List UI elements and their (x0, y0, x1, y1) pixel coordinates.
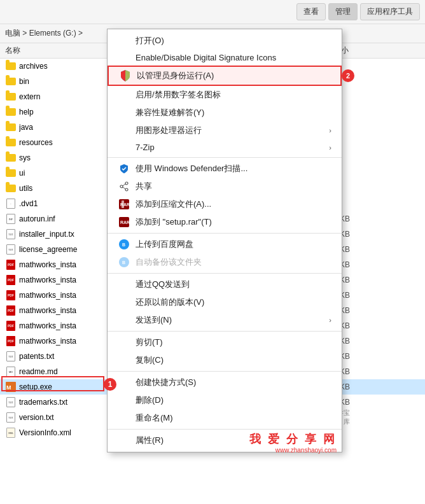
ctx-separator (108, 233, 342, 234)
ctx-separator (108, 371, 342, 372)
pdf-icon: PDF (5, 320, 17, 332)
svg-line-5 (123, 184, 125, 186)
txt-icon: MD (5, 366, 17, 377)
ctx-compatibility[interactable]: 兼容性疑难解答(Y) (108, 104, 342, 122)
defender-icon (118, 164, 130, 174)
txt-icon: TXT (5, 244, 17, 255)
txt-icon: TXT (5, 228, 17, 240)
txt-icon: TXT (5, 396, 17, 408)
svg-text:B: B (122, 260, 125, 265)
ctx-rename[interactable]: 重命名(M) (108, 409, 342, 427)
svg-line-6 (123, 187, 125, 189)
ctx-rename-label: 重命名(M) (136, 412, 173, 424)
setup-badge-1: 1 (104, 378, 116, 391)
ctx-compatibility-label: 兼容性疑难解答(Y) (136, 107, 204, 118)
ctx-delete[interactable]: 删除(D) (108, 391, 342, 409)
svg-point-2 (125, 182, 128, 185)
svg-text:RAR: RAR (120, 202, 129, 207)
svg-point-4 (125, 188, 128, 191)
inf-icon: INF (5, 213, 17, 225)
ctx-restore[interactable]: 还原以前的版本(V) (108, 293, 342, 311)
folder-icon (5, 167, 17, 179)
ctx-add-rar-label: 添加到 "setup.rar"(T) (136, 216, 212, 228)
submenu-arrow-icon: › (329, 144, 331, 151)
ctx-upload-baidu[interactable]: B 上传到百度网盘 (108, 235, 342, 253)
ctx-create-shortcut[interactable]: 创建快捷方式(S) (108, 374, 342, 391)
ctx-send-qq[interactable]: 通过QQ发送到 (108, 276, 342, 293)
pdf-icon: PDF (5, 274, 17, 286)
ctx-add-compress[interactable]: RAR 添加到压缩文件(A)... (108, 195, 342, 213)
folder-icon (5, 91, 17, 102)
ctx-separator (108, 273, 342, 274)
pdf-icon: PDF (5, 290, 17, 301)
ctx-send-qq-label: 通过QQ发送到 (136, 279, 190, 290)
winrar-icon: RAR (118, 199, 130, 209)
folder-icon (5, 122, 17, 133)
ctx-auto-backup[interactable]: B 自动备份该文件夹 (108, 253, 342, 271)
txt-icon: TXT (5, 412, 17, 423)
explorer-window: 查看 管理 应用程序工具 电脑 > Elements (G:) > 名称 小 a… (0, 0, 425, 504)
ctx-share-label: 共享 (136, 181, 152, 192)
submenu-arrow-icon: › (329, 316, 331, 324)
folder-icon (5, 60, 17, 72)
ctx-gpu-run-label: 用图形处理器运行 (136, 125, 202, 136)
ctx-auto-backup-label: 自动备份该文件夹 (136, 256, 202, 268)
ctx-open-label: 打开(O) (136, 35, 164, 46)
folder-icon (5, 76, 17, 87)
ctx-enable-digital[interactable]: 启用/禁用数字签名图标 (108, 86, 342, 104)
svg-text:RAR: RAR (120, 220, 129, 225)
ctx-copy[interactable]: 复制(C) (108, 351, 342, 369)
txt-icon: TXT (5, 351, 17, 362)
apptools-button[interactable]: 应用程序工具 (360, 3, 420, 20)
ctx-add-rar[interactable]: RAR 添加到 "setup.rar"(T) (108, 213, 342, 231)
ctx-upload-baidu-label: 上传到百度网盘 (136, 239, 193, 250)
svg-text:M: M (6, 384, 11, 391)
ctx-delete-label: 删除(D) (136, 395, 164, 406)
ctx-cut[interactable]: 剪切(T) (108, 333, 342, 351)
submenu-arrow-icon: › (329, 127, 331, 134)
manage-button[interactable]: 管理 (328, 3, 358, 20)
view-button[interactable]: 查看 (296, 3, 326, 20)
ctx-defender-scan[interactable]: 使用 Windows Defender扫描... (108, 160, 342, 178)
share-icon (118, 181, 130, 192)
winrar-icon: RAR (118, 217, 130, 227)
shield-icon (119, 70, 132, 81)
address-path: 电脑 > Elements (G:) > (5, 28, 83, 39)
folder-icon (5, 183, 17, 194)
xml-icon: XML (5, 427, 17, 438)
toolbar: 查看 管理 应用程序工具 (0, 0, 425, 24)
ctx-separator (108, 429, 342, 430)
pdf-icon: PDF (5, 259, 17, 270)
pdf-icon: PDF (5, 335, 17, 347)
ctx-open[interactable]: 打开(O) (108, 32, 342, 50)
ctx-run-as-admin-label: 以管理员身份运行(A) (137, 70, 214, 81)
ctx-separator (108, 331, 342, 332)
ctx-enable-disable-sig[interactable]: Enable/Disable Digital Signature Icons (108, 50, 342, 66)
svg-point-3 (120, 185, 123, 188)
ctx-run-as-admin[interactable]: 以管理员身份运行(A) 2 (108, 66, 342, 86)
file-generic-icon: · (5, 198, 17, 209)
ctx-cut-label: 剪切(T) (136, 337, 163, 348)
ctx-copy-label: 复制(C) (136, 354, 164, 366)
ctx-gpu-run[interactable]: 用图形处理器运行 › (108, 122, 342, 139)
ctx-share[interactable]: 共享 (108, 178, 342, 195)
folder-icon (5, 106, 17, 118)
ctx-add-compress-label: 添加到压缩文件(A)... (136, 199, 211, 210)
ctx-properties[interactable]: 属性(R) 我 爱 分 享 网 www.zhanshaoyi.com (108, 431, 342, 449)
ctx-defender-scan-label: 使用 Windows Defender扫描... (136, 163, 247, 174)
ctx-7zip[interactable]: 7-Zip › (108, 139, 342, 155)
ctx-separator (108, 157, 342, 158)
baidu-icon: B (118, 239, 130, 249)
ctx-send-to[interactable]: 发送到(N) › (108, 311, 342, 329)
matlab-exe-icon: M (5, 381, 17, 393)
svg-text:B: B (122, 242, 125, 247)
ctx-restore-label: 还原以前的版本(V) (136, 297, 204, 308)
ctx-send-to-label: 发送到(N) (136, 314, 172, 326)
watermark-line1: 我 爱 分 享 网 (249, 431, 337, 447)
ctx-7zip-label: 7-Zip (136, 143, 155, 152)
run-as-admin-badge-2: 2 (342, 69, 354, 82)
ctx-enable-digital-label: 启用/禁用数字签名图标 (136, 89, 221, 101)
ctx-properties-label: 属性(R) (136, 435, 164, 446)
folder-icon (5, 137, 17, 148)
context-menu: 打开(O) Enable/Disable Digital Signature I… (107, 29, 342, 452)
